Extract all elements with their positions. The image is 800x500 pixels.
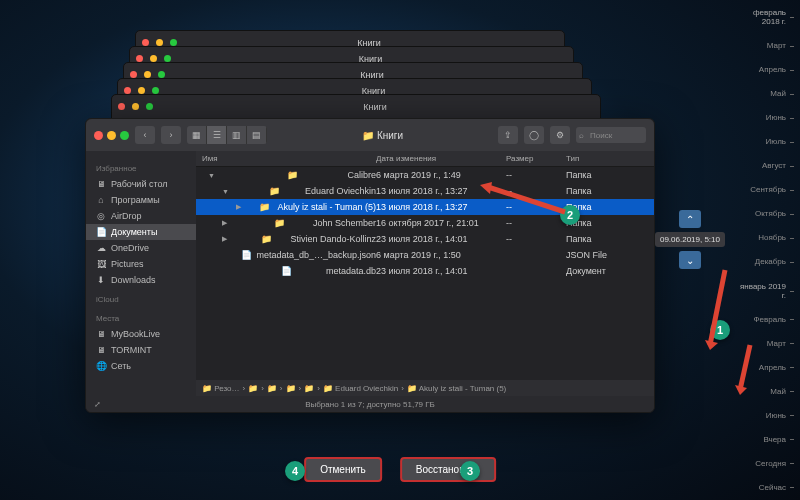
table-row[interactable]: 📄metadata.db23 июля 2018 г., 14:01Докуме… (196, 263, 654, 279)
toolbar: ‹ › ▦☰▥▤ 📁Книги ⇪ ◯ ⚙ Поиск (86, 119, 654, 151)
share-button[interactable]: ⇪ (498, 126, 518, 144)
sidebar-item[interactable]: 🌐Сеть (86, 358, 196, 374)
minimize-icon[interactable] (107, 131, 116, 140)
table-row[interactable]: ▶📁Akuly iz stali - Tuman (5)13 июля 2018… (196, 199, 654, 215)
column-headers[interactable]: ИмяДата измененияРазмерТип (196, 151, 654, 167)
sidebar-item[interactable]: ⌂Программы (86, 192, 196, 208)
table-row[interactable]: ▶📁Stivien Dando-Kollinz23 июля 2018 г., … (196, 231, 654, 247)
sidebar: Избранное🖥Рабочий стол⌂Программы◎AirDrop… (86, 151, 196, 396)
nav-down-button[interactable]: ⌄ (679, 251, 701, 269)
sidebar-item[interactable]: ⬇Downloads (86, 272, 196, 288)
snapshot-date: 09.06.2019, 5:10 (655, 232, 725, 247)
file-list: ИмяДата измененияРазмерТип ▼📁Calibre6 ма… (196, 151, 654, 396)
cancel-button[interactable]: Отменить (304, 457, 382, 482)
annotation-badge-2: 2 (560, 205, 580, 225)
tags-button[interactable]: ◯ (524, 126, 544, 144)
back-button[interactable]: ‹ (135, 126, 155, 144)
sidebar-item[interactable]: ◎AirDrop (86, 208, 196, 224)
close-icon[interactable] (94, 131, 103, 140)
table-row[interactable]: ▼📁Eduard Oviechkin13 июля 2018 г., 13:27… (196, 183, 654, 199)
nav-up-button[interactable]: ⌃ (679, 210, 701, 228)
search-input[interactable]: Поиск (576, 127, 646, 143)
annotation-badge-1: 1 (710, 320, 730, 340)
snapshot-nav: ⌃ 09.06.2019, 5:10 ⌄ (655, 210, 725, 269)
fullscreen-icon[interactable]: ⤢ (94, 400, 101, 409)
annotation-badge-4: 4 (285, 461, 305, 481)
timeline[interactable]: февраль 2018 г.МартАпрельМайИюньИюльАвгу… (739, 8, 794, 492)
sidebar-item[interactable]: 📄Документы (86, 224, 196, 240)
restore-button[interactable]: Восстановить (400, 457, 496, 482)
window-title: 📁Книги (273, 130, 492, 141)
folder-icon: 📁 (362, 130, 374, 141)
sidebar-item[interactable]: ☁OneDrive (86, 240, 196, 256)
path-bar[interactable]: 📁 Резо…›📁 ›📁 ›📁 ›📁 ›📁 Eduard Oviechkin›📁… (196, 380, 654, 396)
annotation-badge-3: 3 (460, 461, 480, 481)
table-row[interactable]: ▼📁Calibre6 марта 2019 г., 1:49--Папка (196, 167, 654, 183)
sidebar-item[interactable]: 🖥Рабочий стол (86, 176, 196, 192)
finder-window: ‹ › ▦☰▥▤ 📁Книги ⇪ ◯ ⚙ Поиск Избранное🖥Ра… (85, 118, 655, 413)
view-switcher[interactable]: ▦☰▥▤ (187, 126, 267, 144)
action-button[interactable]: ⚙ (550, 126, 570, 144)
status-bar: ⤢Выбрано 1 из 7; доступно 51,79 ГБ (86, 396, 654, 412)
maximize-icon[interactable] (120, 131, 129, 140)
sidebar-item[interactable]: 🖼Pictures (86, 256, 196, 272)
table-row[interactable]: 📄metadata_db_…_backup.json6 марта 2019 г… (196, 247, 654, 263)
forward-button[interactable]: › (161, 126, 181, 144)
table-row[interactable]: ▶📁John Schember16 октября 2017 г., 21:01… (196, 215, 654, 231)
traffic-lights[interactable] (94, 131, 129, 140)
sidebar-item[interactable]: 🖥TORMINT (86, 342, 196, 358)
sidebar-item[interactable]: 🖥MyBookLive (86, 326, 196, 342)
